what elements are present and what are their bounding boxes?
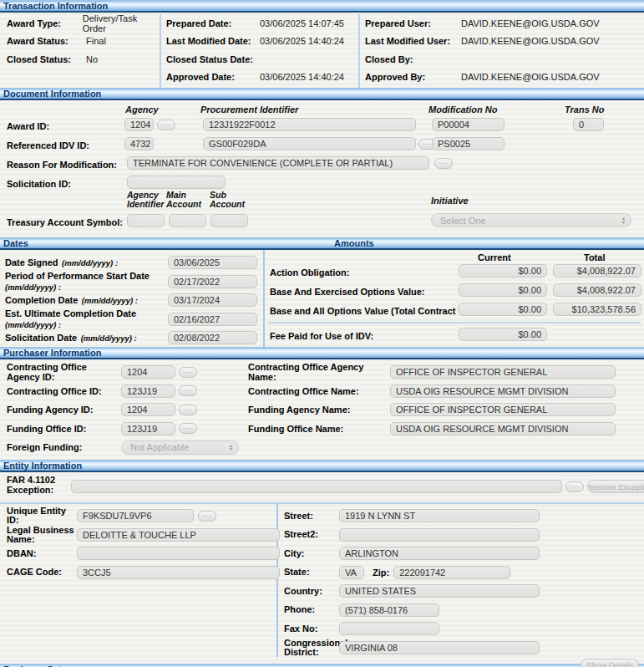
- funding-office-name-input[interactable]: USDA OIG RESOURCE MGMT DIVISION: [390, 422, 616, 435]
- treasury-main-account-input[interactable]: [169, 214, 206, 227]
- contracting-office-id-lookup-button[interactable]: ···: [179, 385, 197, 396]
- award-procurement-id-input[interactable]: 123J1922F0012: [203, 118, 416, 131]
- treasury-agency-identifier-header: Agency Identifier: [127, 191, 164, 209]
- initiative-select[interactable]: Select One ▲▼: [431, 213, 631, 227]
- action-obligation-current-input[interactable]: $0.00: [459, 264, 547, 277]
- est-ultimate-completion-date-input[interactable]: 02/16/2027: [168, 313, 257, 326]
- contracting-office-agency-id-input[interactable]: 1204: [121, 365, 175, 379]
- action-obligation-total-input[interactable]: $4,008,922.07: [553, 264, 641, 277]
- treasury-sub-account-input[interactable]: [210, 214, 248, 227]
- award-status-value: Final: [86, 36, 106, 46]
- funding-office-name-label: Funding Office Name:: [248, 424, 390, 434]
- far-exception-label-line2: Exception:: [7, 485, 55, 495]
- last-modified-user-label: Last Modified User:: [360, 36, 461, 46]
- chevron-updown-icon: ▲▼: [229, 444, 233, 451]
- funding-agency-name-input[interactable]: OFFICE OF INSPECTOR GENERAL: [390, 403, 616, 416]
- treasury-agency-identifier-input[interactable]: [127, 214, 165, 227]
- reason-for-modification-input[interactable]: TERMINATE FOR CONVENIENCE (COMPLETE OR P…: [127, 156, 429, 170]
- entity-right-column: Street: 1919 N LYNN ST Street2: City: AR…: [278, 504, 644, 657]
- reason-for-modification-lookup-button[interactable]: ···: [434, 158, 453, 169]
- fee-paid-idv-current-input[interactable]: $0.00: [459, 328, 547, 341]
- cage-code-input[interactable]: 3CCJ5: [77, 566, 280, 579]
- solicitation-id-input[interactable]: [127, 176, 226, 189]
- dates-amounts-section: Dates Amounts Date Signed (mm/dd/yyyy) :…: [0, 237, 644, 347]
- remove-exception-button[interactable]: Remove Exception: [587, 480, 644, 493]
- far-exception-label-line1: FAR 4.1102: [7, 475, 55, 485]
- referenced-idv-id-input[interactable]: GS00F029DA: [203, 137, 416, 150]
- base-all-options-label: Base and All Options Value (Total Contra…: [270, 306, 489, 316]
- funding-office-id-lookup-button[interactable]: ···: [179, 423, 197, 434]
- funding-office-id-input[interactable]: 123J19: [121, 422, 175, 435]
- date-signed-label: Date Signed: [5, 257, 58, 267]
- closed-by-label: Closed By:: [360, 54, 461, 64]
- base-all-options-current-input[interactable]: $0.00: [459, 303, 547, 316]
- last-modified-user-value: DAVID.KEENE@OIG.USDA.GOV: [461, 36, 600, 46]
- treasury-sub-account-header: Sub Account: [210, 191, 250, 209]
- contracting-office-agency-id-lookup-button[interactable]: ···: [179, 367, 197, 378]
- city-input[interactable]: ARLINGTON: [339, 547, 540, 560]
- dates-panel: Date Signed (mm/dd/yyyy) :03/06/2025 Per…: [0, 250, 265, 347]
- pop-start-date-input[interactable]: 02/17/2022: [168, 275, 257, 288]
- entity-title: Entity Information: [3, 461, 82, 471]
- contracting-office-name-input[interactable]: USDA OIG RESOURCE MGMT DIVISION: [390, 384, 616, 398]
- funding-agency-id-lookup-button[interactable]: ···: [179, 405, 197, 415]
- base-all-options-total-input[interactable]: $10,323,578.56: [553, 303, 641, 316]
- fax-no-input[interactable]: [339, 622, 439, 635]
- phone-label: Phone:: [278, 605, 339, 614]
- award-id-label: Award ID:: [7, 121, 49, 131]
- street-input[interactable]: 1919 N LYNN ST: [339, 509, 540, 522]
- contracting-office-agency-name-input[interactable]: OFFICE OF INSPECTOR GENERAL: [390, 365, 616, 379]
- base-exercised-options-total-input[interactable]: $4,008,922.07: [553, 283, 641, 297]
- treasury-main-account-header: Main Account: [166, 191, 206, 209]
- foreign-funding-select[interactable]: Not Applicable ▲▼: [121, 440, 239, 455]
- prepared-user-value: DAVID.KEENE@OIG.USDA.GOV: [461, 18, 600, 28]
- referenced-idv-agency-input[interactable]: 4732: [124, 137, 154, 150]
- congressional-district-input[interactable]: VIRGINIA 08: [339, 641, 540, 654]
- funding-agency-id-input[interactable]: 1204: [121, 403, 175, 416]
- country-input[interactable]: UNITED STATES: [339, 584, 540, 598]
- phone-input[interactable]: (571) 858-0176: [339, 603, 439, 617]
- entity-section: Entity Information FAR 4.1102 Exception:…: [0, 460, 644, 657]
- dban-input[interactable]: [77, 547, 280, 560]
- cage-code-label: CAGE Code:: [0, 568, 77, 577]
- award-agency-lookup-button[interactable]: ···: [157, 120, 175, 130]
- pop-start-date-label: Period of Performance Start Date: [5, 271, 150, 281]
- country-label: Country:: [278, 587, 339, 596]
- far-exception-input[interactable]: [71, 480, 562, 493]
- base-exercised-options-current-input[interactable]: $0.00: [459, 283, 547, 297]
- completion-date-input[interactable]: 03/17/2024: [168, 293, 257, 307]
- prepared-user-label: Prepared User:: [360, 18, 461, 28]
- solicitation-date-input[interactable]: 02/08/2022: [168, 331, 257, 344]
- state-input[interactable]: VA: [339, 566, 364, 579]
- referenced-idv-id-label: Referenced IDV ID:: [7, 140, 89, 150]
- unique-entity-id-input[interactable]: F9KSDU7L9VP6: [77, 509, 194, 522]
- action-obligation-label: Action Obligation:: [270, 267, 349, 277]
- show-details-button[interactable]: Show Details: [581, 659, 639, 667]
- approved-by-value: DAVID.KEENE@OIG.USDA.GOV: [461, 72, 600, 82]
- zip-input[interactable]: 222091742: [393, 566, 510, 579]
- far-exception-lookup-button[interactable]: ···: [565, 481, 584, 492]
- amounts-title: Amounts: [334, 238, 374, 248]
- legal-business-name-input[interactable]: DELOITTE & TOUCHE LLP: [77, 528, 280, 542]
- award-modification-no-input[interactable]: P00004: [432, 118, 505, 131]
- initiative-column-header: Initiative: [431, 196, 469, 206]
- initiative-selected-value: Select One: [440, 216, 485, 226]
- funding-agency-id-label: Funding Agency ID:: [0, 405, 121, 415]
- solicitation-date-label: Solicitation Date: [5, 333, 77, 343]
- street2-input[interactable]: [339, 528, 540, 542]
- dates-title: Dates: [3, 238, 28, 248]
- foreign-funding-selected-value: Not Applicable: [130, 442, 189, 452]
- referenced-idv-modification-input[interactable]: PS0025: [432, 137, 505, 150]
- unique-entity-id-lookup-button[interactable]: ···: [198, 511, 216, 522]
- procurement-identifier-column-header: Procurement Identifier: [200, 104, 298, 115]
- street2-label: Street2:: [278, 530, 339, 539]
- award-agency-input[interactable]: 1204: [124, 118, 154, 131]
- approved-date-value: 03/06/2025 14:40:24: [260, 72, 344, 82]
- approved-by-label: Approved By:: [360, 72, 461, 82]
- award-trans-no-input[interactable]: 0: [573, 118, 604, 131]
- date-signed-input[interactable]: 03/06/2025: [168, 256, 257, 269]
- award-type-value: Delivery/Task Order: [83, 13, 160, 33]
- contracting-office-id-input[interactable]: 123J19: [121, 384, 175, 398]
- closed-status-value: No: [86, 54, 98, 64]
- modification-no-column-header: Modification No: [428, 104, 498, 115]
